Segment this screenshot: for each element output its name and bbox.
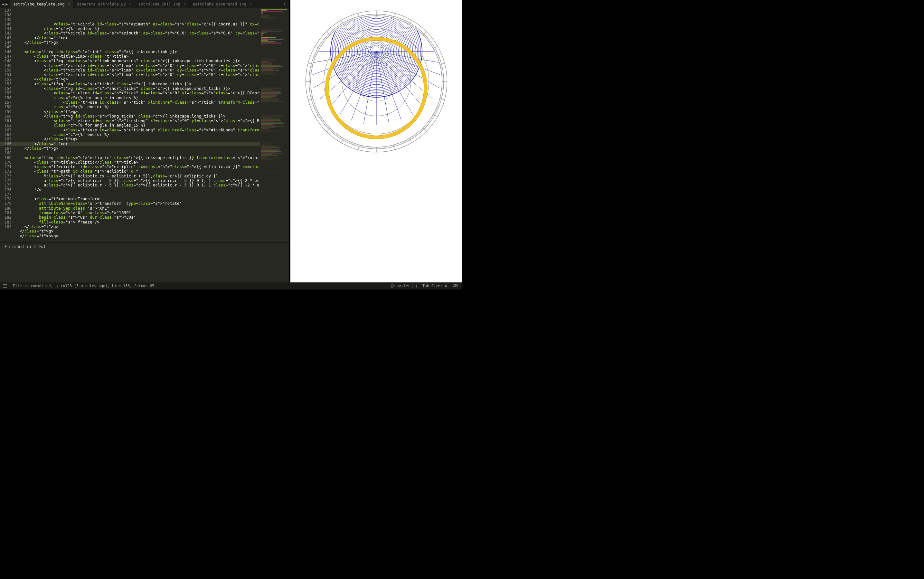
- svg-line-60: [340, 137, 341, 138]
- svg-line-186: [352, 19, 353, 20]
- svg-line-216: [386, 15, 387, 16]
- svg-line-37: [364, 146, 365, 148]
- svg-line-273: [436, 54, 438, 55]
- svg-line-57: [343, 139, 343, 140]
- svg-line-230: [402, 19, 402, 21]
- svg-line-305: [441, 90, 443, 91]
- svg-line-214: [384, 15, 384, 16]
- svg-line-276: [438, 57, 439, 58]
- main-area: ◀ ▶ astrolabe_template.svg×generate_astr…: [0, 0, 462, 282]
- svg-line-53: [347, 141, 348, 142]
- svg-line-189: [356, 17, 356, 19]
- svg-line-307: [441, 93, 443, 93]
- close-icon[interactable]: ×: [68, 2, 70, 7]
- svg-line-285: [441, 67, 442, 68]
- svg-line-111: [309, 88, 311, 88]
- line-number-gutter[interactable]: 1371381391401411421431441451461471481491…: [0, 8, 15, 242]
- svg-line-123: [309, 74, 311, 75]
- close-icon[interactable]: ×: [250, 2, 252, 7]
- svg-line-44: [356, 144, 357, 146]
- svg-line-371: [394, 145, 395, 146]
- tab-label: generate_astrolabe.py: [77, 2, 126, 7]
- status-tab-size[interactable]: Tab Size: 4: [423, 284, 447, 288]
- build-output-panel[interactable]: [Finished in 5.9s]: [0, 242, 289, 282]
- svg-line-246: [418, 29, 418, 30]
- svg-line-267: [433, 47, 434, 49]
- svg-line-335: [428, 122, 429, 123]
- code-text[interactable]: <class="t">circle id=class="s">"azimuth"…: [15, 8, 260, 242]
- svg-line-190: [356, 17, 357, 19]
- tab-astrolabe_generated-svg[interactable]: astrolabe_generated.svg×: [189, 0, 255, 8]
- svg-line-314: [439, 101, 441, 101]
- svg-line-326: [434, 113, 435, 114]
- nav-back-icon[interactable]: ◀: [2, 2, 4, 7]
- svg-line-127: [310, 70, 311, 70]
- svg-line-197: [364, 15, 365, 17]
- svg-line-137: [313, 58, 315, 59]
- svg-line-269: [434, 50, 436, 51]
- status-vcs-info[interactable]: File is committed, ⤷ rn123 (5 minutes ag…: [13, 284, 154, 288]
- close-icon[interactable]: ×: [183, 2, 186, 7]
- close-icon[interactable]: ×: [129, 2, 132, 7]
- svg-line-381: [383, 147, 384, 149]
- svg-line-368: [398, 144, 398, 145]
- svg-line-263: [431, 44, 432, 45]
- svg-line-59: [341, 137, 341, 139]
- svg-line-225: [397, 17, 397, 19]
- svg-line-149: [319, 46, 320, 47]
- svg-line-76: [325, 124, 327, 126]
- svg-line-52: [348, 141, 348, 143]
- svg-line-239: [411, 25, 412, 26]
- svg-line-286: [441, 69, 442, 69]
- svg-line-64: [336, 134, 337, 135]
- minimap[interactable]: [260, 8, 289, 242]
- svg-line-177: [343, 23, 343, 25]
- svg-line-195: [362, 15, 362, 17]
- svg-point-445: [391, 286, 392, 288]
- svg-line-180: [346, 21, 346, 23]
- tab-astrolabe_template-svg[interactable]: astrolabe_template.svg×: [10, 0, 73, 8]
- svg-line-88: [317, 113, 318, 114]
- svg-line-104: [311, 96, 312, 96]
- svg-line-380: [384, 147, 384, 149]
- code-area[interactable]: 1371381391401411421431441451461471481491…: [0, 8, 289, 242]
- svg-line-275: [437, 56, 439, 57]
- svg-line-91: [315, 110, 317, 111]
- svg-line-164: [330, 32, 331, 33]
- svg-line-201: [369, 15, 370, 16]
- svg-line-61: [338, 136, 340, 137]
- svg-line-72: [329, 128, 330, 129]
- svg-point-444: [391, 284, 392, 285]
- svg-line-268: [434, 49, 435, 50]
- svg-line-348: [418, 132, 418, 134]
- svg-line-234: [406, 21, 406, 23]
- svg-line-223: [394, 17, 395, 18]
- svg-line-352: [414, 135, 415, 137]
- svg-line-56: [343, 139, 344, 141]
- svg-line-185: [351, 19, 351, 21]
- svg-line-218: [389, 15, 389, 17]
- editor-panel: ◀ ▶ astrolabe_template.svg×generate_astr…: [0, 0, 289, 282]
- svg-line-333: [429, 120, 431, 121]
- tab-overflow-button[interactable]: ▾: [280, 0, 289, 8]
- svg-line-367: [398, 143, 399, 145]
- svg-point-446: [393, 285, 394, 286]
- svg-line-261: [429, 42, 431, 43]
- svg-line-349: [416, 133, 418, 135]
- svg-line-336: [427, 123, 429, 124]
- svg-line-229: [401, 19, 402, 21]
- status-syntax[interactable]: XML: [453, 284, 459, 288]
- svg-line-86: [318, 115, 320, 116]
- status-menu-button[interactable]: [3, 285, 7, 288]
- nav-forward-icon[interactable]: ▶: [5, 2, 8, 7]
- tab-generate_astrolabe-py[interactable]: generate_astrolabe.py×: [73, 0, 135, 8]
- svg-line-172: [337, 26, 338, 28]
- svg-line-154: [322, 41, 323, 42]
- svg-line-69: [331, 131, 332, 132]
- svg-line-142: [315, 53, 317, 54]
- status-branch[interactable]: master 5: [391, 284, 416, 288]
- svg-line-274: [437, 55, 438, 56]
- svg-line-153: [322, 42, 323, 43]
- tab-astrolabe_2017-svg[interactable]: astrolabe_2017.svg×: [135, 0, 189, 8]
- svg-line-58: [341, 138, 343, 139]
